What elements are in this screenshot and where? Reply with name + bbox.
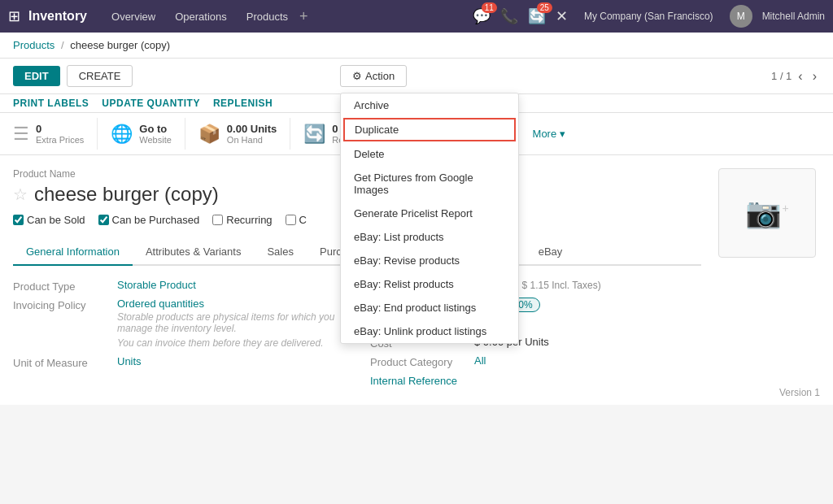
nav-overview[interactable]: Overview: [103, 7, 164, 26]
username-label: Mitchell Admin: [762, 11, 825, 22]
camera-plus-icon: 📷+: [745, 196, 788, 230]
product-category-field: Product Category All: [370, 354, 701, 368]
invoicing-policy-field: Invoicing Policy Ordered quantities Stor…: [13, 298, 344, 349]
product-image-panel: 📷+: [714, 168, 820, 392]
tab-sales[interactable]: Sales: [254, 239, 307, 266]
settings-icon[interactable]: ✕: [556, 7, 568, 25]
grid-menu-icon[interactable]: ⊞: [8, 7, 20, 25]
prev-page-button[interactable]: ‹: [795, 69, 805, 84]
phone-icon[interactable]: 📞: [500, 7, 518, 25]
nav-operations[interactable]: Operations: [167, 7, 235, 26]
units-on-hand-icon: 📦: [198, 124, 220, 145]
menu-item-ebay-list[interactable]: eBay: List products: [341, 225, 518, 249]
chat-badge: 11: [482, 2, 497, 13]
gear-icon: ⚙: [352, 70, 362, 82]
recurring-checkbox[interactable]: Recurring: [212, 214, 272, 226]
product-name-value: cheese burger (copy): [34, 183, 219, 206]
website-icon: 🌐: [111, 124, 133, 145]
menu-item-delete[interactable]: Delete: [341, 142, 518, 166]
menu-item-get-pictures[interactable]: Get Pictures from Google Images: [341, 166, 518, 202]
tab-ebay[interactable]: eBay: [526, 239, 576, 266]
chat-icon-button[interactable]: 💬 11: [473, 7, 491, 25]
units-on-hand-label: On Hand: [227, 135, 277, 145]
app-brand: Inventory: [28, 9, 87, 24]
menu-item-ebay-revise[interactable]: eBay: Revise products: [341, 249, 518, 272]
invoicing-note2: You can invoice them before they are del…: [117, 337, 344, 349]
more-stats-button[interactable]: More ▾: [533, 128, 565, 140]
stat-extra-prices[interactable]: ☰ 0 Extra Prices: [13, 118, 98, 150]
units-on-hand-count: 0.00 Units: [227, 123, 277, 135]
stat-go-to-website[interactable]: 🌐 Go to Website: [111, 118, 185, 150]
breadcrumb-separator: /: [61, 39, 64, 51]
breadcrumb: Products / cheese burger (copy): [0, 33, 833, 59]
unit-of-measure-label: Unit of Measure: [13, 355, 111, 369]
go-to-website-sublabel: Website: [139, 135, 172, 145]
refresh-badge: 25: [537, 2, 552, 13]
next-page-button[interactable]: ›: [809, 69, 820, 84]
topnav-icons: 💬 11 📞 🔄 25 ✕ My Company (San Francisco)…: [473, 5, 825, 28]
product-type-field: Product Type Storable Product: [13, 279, 344, 293]
action-menu-container: ⚙ Action Archive Duplicate Delete Get Pi…: [340, 65, 407, 87]
stat-units-on-hand[interactable]: 📦 0.00 Units On Hand: [198, 118, 290, 150]
can-be-purchased-checkbox[interactable]: Can be Purchased: [98, 214, 200, 226]
nav-plus-icon[interactable]: +: [299, 8, 308, 25]
update-quantity-button[interactable]: UPDATE QUANTITY: [102, 98, 200, 109]
menu-item-duplicate[interactable]: Duplicate: [343, 118, 516, 141]
action-dropdown-menu: Archive Duplicate Delete Get Pictures fr…: [340, 93, 519, 344]
menu-item-archive[interactable]: Archive: [341, 93, 518, 117]
invoicing-note1: Storable products are physical items for…: [117, 311, 344, 334]
replenish-button[interactable]: REPLENISH: [213, 98, 273, 109]
nav-products[interactable]: Products: [238, 7, 296, 26]
edit-button[interactable]: EDIT: [13, 66, 60, 86]
menu-item-generate-pricelist[interactable]: Generate Pricelist Report: [341, 202, 518, 225]
can-be-sold-checkbox[interactable]: Can be Sold: [13, 214, 85, 226]
unit-of-measure-field: Unit of Measure Units: [13, 355, 344, 369]
extra-prices-icon: ☰: [13, 124, 29, 145]
product-type-label: Product Type: [13, 279, 111, 293]
extra-checkbox[interactable]: C: [286, 214, 307, 226]
product-category-label: Product Category: [370, 354, 468, 368]
breadcrumb-parent[interactable]: Products: [13, 39, 55, 51]
menu-item-ebay-relist[interactable]: eBay: Relist products: [341, 272, 518, 296]
action-button-label: Action: [365, 70, 395, 82]
create-button[interactable]: CREATE: [67, 65, 133, 87]
top-navigation: ⊞ Inventory Overview Operations Products…: [0, 0, 833, 33]
tab-attributes-variants[interactable]: Attributes & Variants: [133, 239, 255, 266]
menu-item-ebay-unlink[interactable]: eBay: Unlink product listings: [341, 319, 518, 343]
product-category-value[interactable]: All: [474, 354, 486, 367]
internal-reference-field: Internal Reference: [370, 373, 701, 387]
favorite-star-icon[interactable]: ☆: [13, 185, 28, 204]
unit-of-measure-value[interactable]: Units: [117, 355, 142, 367]
print-labels-button[interactable]: PRINT LABELS: [13, 98, 89, 109]
action-bar: EDIT CREATE 1 / 1 ‹ › ⚙ Action Archive D…: [0, 59, 833, 94]
version-label: Version 1: [779, 387, 820, 398]
invoicing-policy-value[interactable]: Ordered quantities: [117, 298, 204, 310]
form-left-column: Product Type Storable Product Invoicing …: [13, 279, 344, 392]
tab-general-information[interactable]: General Information: [13, 239, 133, 266]
action-button[interactable]: ⚙ Action: [340, 65, 407, 87]
product-type-value[interactable]: Storable Product: [117, 279, 196, 291]
breadcrumb-current: cheese burger (copy): [70, 39, 170, 51]
sales-price-incl: (= $ 1.15 Incl. Taxes): [510, 280, 601, 291]
reordering-icon: 🔄: [303, 124, 325, 145]
invoicing-policy-label: Invoicing Policy: [13, 298, 111, 311]
company-name: My Company (San Francisco): [584, 11, 713, 22]
user-avatar[interactable]: M: [730, 5, 752, 28]
pagination: 1 / 1 ‹ ›: [771, 69, 820, 84]
refresh-icon-button[interactable]: 🔄 25: [528, 7, 546, 25]
internal-reference-label: Internal Reference: [370, 373, 468, 387]
product-image[interactable]: 📷+: [718, 168, 816, 258]
pagination-text: 1 / 1: [771, 70, 792, 82]
extra-prices-label: Extra Prices: [36, 135, 84, 145]
menu-item-ebay-end[interactable]: eBay: End product listings: [341, 296, 518, 319]
extra-prices-count: 0: [36, 123, 84, 135]
go-to-website-label: Go to: [139, 123, 172, 135]
